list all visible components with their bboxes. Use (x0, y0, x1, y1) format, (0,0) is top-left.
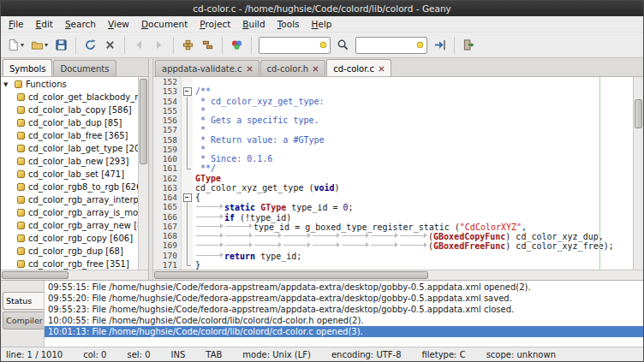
line-number: 170 (153, 251, 182, 260)
revert-button[interactable] (81, 35, 99, 56)
symbol-item[interactable]: cd_color_rgb8_to_rgb [626] (1, 181, 138, 193)
message-tab-compiler[interactable]: Compiler (3, 312, 44, 329)
tab-close-icon[interactable] (247, 66, 253, 72)
sidebar-horizontal-scrollbar[interactable] (1, 270, 148, 280)
line-number: 154 (153, 97, 182, 106)
fold-margin-cell (182, 77, 193, 86)
save-button[interactable] (52, 35, 70, 56)
symbol-item[interactable]: cd_color_rgb_array_interpolate [9 (1, 193, 138, 206)
menubar: FileEditSearchViewDocumentProjectBuildTo… (1, 16, 643, 33)
symbol-item[interactable]: cd_color_rgb_free [351] (1, 258, 138, 270)
scrollbar-thumb[interactable] (2, 271, 69, 279)
code-line: 160 * Since: 0.1.6 (153, 154, 633, 163)
dropdown-caret-icon[interactable]: ▾ (45, 41, 48, 49)
method-icon (17, 183, 25, 191)
close-icon (104, 39, 116, 51)
code-line: 168(GBoxedCopyFunc) cd_color_xyz_dup, (153, 231, 633, 240)
file-tab-cd-color.h[interactable]: cd-color.h (260, 60, 326, 76)
editor-horizontal-scrollbar[interactable] (153, 270, 643, 280)
code-line-text: * Since: 0.1.6 (193, 154, 272, 163)
sidebar-tab-documents[interactable]: Documents (53, 60, 116, 76)
new-document-button[interactable]: ▾ (4, 35, 27, 56)
symbol-item[interactable]: cd_color_lab_copy [586] (1, 104, 138, 116)
symbol-item[interactable]: cd_color_rgb_array_new [896] (1, 219, 138, 232)
symbol-item[interactable]: cd_color_rgb_array_is_monotonic (1, 206, 138, 219)
symbol-item[interactable]: cd_color_lab_dup [85] (1, 116, 138, 129)
code-token: * (195, 106, 206, 116)
quit-button[interactable] (460, 35, 478, 56)
goto-line-input[interactable] (359, 40, 416, 50)
scrollbar-thumb[interactable] (140, 79, 147, 164)
symbol-item[interactable]: cd_color_get_blackbody_rgb [97 (1, 91, 138, 104)
code-line: 164{ (153, 193, 633, 202)
message-tab-status[interactable]: Status (3, 292, 44, 310)
fold-marker[interactable] (182, 86, 193, 96)
tab-close-icon[interactable] (379, 66, 385, 72)
fold-margin-cell (182, 154, 193, 163)
symbols-tree[interactable]: ▼Functionscd_color_get_blackbody_rgb [97… (1, 77, 138, 270)
scrollbar-thumb[interactable] (154, 271, 428, 279)
symbol-item[interactable]: cd_color_rgb_dup [68] (1, 245, 138, 258)
close-button[interactable] (101, 35, 119, 56)
status-message[interactable]: 10:01:13: File /home/hughsie/Code/colord… (45, 326, 643, 337)
sidebar-tab-symbols[interactable]: Symbols (3, 59, 52, 77)
sidebar-vertical-scrollbar[interactable] (138, 77, 148, 270)
tab-whitespace-arrow-icon (195, 202, 224, 211)
status-message[interactable]: 09:55:15: File /home/hughsie/Code/fedora… (45, 282, 643, 293)
tab-close-icon[interactable] (313, 66, 319, 72)
compile-button[interactable] (179, 35, 197, 56)
code-token: GType (195, 174, 221, 183)
dropdown-caret-icon[interactable]: ▾ (21, 41, 24, 49)
code-line: 154 * cd_color_xyz_get_type: (153, 97, 633, 106)
line-number: 164 (153, 193, 182, 202)
status-message[interactable]: 09:55:23: File /home/hughsie/Code/fedora… (45, 304, 643, 315)
status-message[interactable]: 10:00:55: File /home/hughsie/Code/colord… (45, 315, 643, 326)
goto-line-button[interactable] (431, 35, 449, 56)
code-area[interactable]: 152153/**154 * cd_color_xyz_get_type:155… (153, 77, 633, 270)
menu-help[interactable]: Help (306, 17, 338, 31)
code-token: * Return value: a #GType (195, 135, 325, 145)
symbol-item[interactable]: cd_color_lab_get_type [203] (1, 142, 138, 155)
symbol-item[interactable]: cd_color_lab_new [293] (1, 155, 138, 168)
line-number: 168 (153, 231, 182, 240)
forward-button[interactable] (150, 35, 168, 56)
menu-search[interactable]: Search (59, 17, 102, 31)
file-tab-cd-color.c[interactable]: cd-color.c (326, 59, 391, 77)
window-title: cd-color.c - /home/hughsie/Code/colord/l… (193, 3, 451, 14)
menu-project[interactable]: Project (194, 17, 236, 31)
menu-view[interactable]: View (102, 17, 135, 31)
line-number: 157 (153, 125, 182, 134)
symbol-label: cd_color_get_blackbody_rgb [97 (28, 92, 138, 102)
menu-file[interactable]: File (3, 17, 30, 31)
tab-whitespace-arrow-icon (370, 231, 399, 240)
open-folder-button[interactable]: ▾ (28, 35, 51, 56)
editor-vertical-scrollbar[interactable] (633, 77, 643, 270)
tab-whitespace-arrow-icon (399, 240, 428, 249)
menu-build[interactable]: Build (236, 17, 271, 31)
file-tab-appdata-validate.c[interactable]: appdata-validate.c (155, 60, 259, 76)
symbol-item[interactable]: cd_color_lab_free [365] (1, 129, 138, 142)
search-input[interactable] (262, 40, 319, 50)
method-icon (17, 234, 25, 242)
build-button[interactable] (199, 35, 217, 56)
status-message[interactable]: 09:55:20: File /home/hughsie/Code/fedora… (45, 293, 643, 304)
menu-edit[interactable]: Edit (30, 17, 59, 31)
menu-document[interactable]: Document (135, 17, 194, 31)
symbol-label: cd_color_rgb_copy [606] (28, 234, 133, 243)
symbol-item[interactable]: cd_color_lab_set [471] (1, 168, 138, 181)
symbol-item[interactable]: cd_color_rgb_copy [606] (1, 232, 138, 245)
statusbar-item: sel: 0 (127, 350, 150, 359)
search-button[interactable] (334, 35, 352, 56)
long-line-marker (599, 77, 600, 270)
expander-icon[interactable]: ▼ (3, 81, 11, 88)
back-button[interactable] (130, 35, 148, 56)
scrollbar-thumb[interactable] (635, 99, 642, 128)
code-line: 156 * Gets a specific type. (153, 116, 633, 125)
fold-marker[interactable] (182, 193, 193, 202)
menu-tools[interactable]: Tools (271, 17, 306, 31)
color-chooser-button[interactable] (228, 35, 246, 56)
tree-root-functions[interactable]: ▼Functions (1, 78, 138, 91)
tab-whitespace-arrow-icon (341, 240, 370, 249)
code-line: 167type_id = g_boxed_type_register_stati… (153, 222, 633, 231)
titlebar[interactable]: cd-color.c - /home/hughsie/Code/colord/l… (1, 1, 643, 16)
